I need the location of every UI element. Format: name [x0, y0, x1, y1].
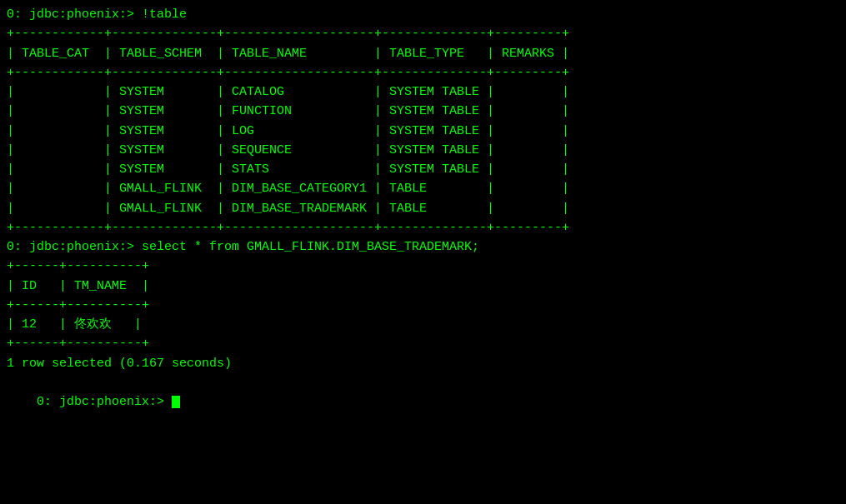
- table1-bottom-border: +------------+--------------+-----------…: [7, 218, 839, 237]
- prompt-line-2: 0: jdbc:phoenix:> select * from GMALL_FL…: [7, 237, 839, 257]
- cursor-block: [172, 396, 180, 408]
- table2-bottom-border: +------+----------+: [7, 334, 839, 353]
- table1-row-4: | | SYSTEM | STATS | SYSTEM TABLE | |: [7, 160, 839, 179]
- table1-row-1: | | SYSTEM | FUNCTION | SYSTEM TABLE | |: [7, 102, 839, 121]
- prompt-line-3: 0: jdbc:phoenix:>: [7, 373, 839, 432]
- table1-row-0: | | SYSTEM | CATALOG | SYSTEM TABLE | |: [7, 82, 839, 102]
- table1-mid-border: +------------+--------------+-----------…: [7, 63, 839, 82]
- table2-row-0: | 12 | 佟欢欢 |: [7, 315, 839, 334]
- table2-mid-border: +------+----------+: [7, 296, 839, 315]
- table1-row-2: | | SYSTEM | LOG | SYSTEM TABLE | |: [7, 122, 839, 141]
- table1-header: | TABLE_CAT | TABLE_SCHEM | TABLE_NAME |…: [7, 44, 839, 63]
- prompt-line-1: 0: jdbc:phoenix:> !table: [7, 5, 839, 24]
- table1-row-5: | | GMALL_FLINK | DIM_BASE_CATEGORY1 | T…: [7, 179, 839, 198]
- prompt-text: 0: jdbc:phoenix:>: [37, 395, 172, 409]
- table2-header: | ID | TM_NAME |: [7, 277, 839, 296]
- table1-container: +------------+--------------+-----------…: [7, 24, 839, 237]
- table1-top-border: +------------+--------------+-----------…: [7, 24, 839, 43]
- table1-row-6: | | GMALL_FLINK | DIM_BASE_TRADEMARK | T…: [7, 199, 839, 218]
- terminal: 0: jdbc:phoenix:> !table +------------+-…: [7, 5, 839, 499]
- table2-container: +------+----------+ | ID | TM_NAME | +--…: [7, 257, 839, 353]
- table2-top-border: +------+----------+: [7, 257, 839, 276]
- table1-row-3: | | SYSTEM | SEQUENCE | SYSTEM TABLE | |: [7, 141, 839, 160]
- result-line: 1 row selected (0.167 seconds): [7, 354, 839, 373]
